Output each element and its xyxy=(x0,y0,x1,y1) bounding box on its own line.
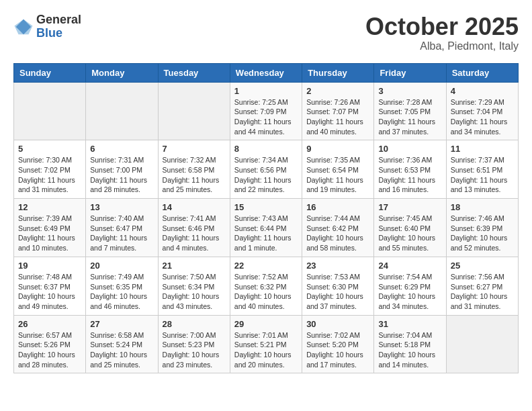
calendar-cell: 13Sunrise: 7:40 AM Sunset: 6:47 PM Dayli… xyxy=(86,199,158,257)
day-number: 8 xyxy=(234,144,298,154)
day-info: Sunrise: 7:31 AM Sunset: 7:00 PM Dayligh… xyxy=(90,155,153,195)
calendar-cell: 19Sunrise: 7:48 AM Sunset: 6:37 PM Dayli… xyxy=(14,257,86,315)
day-header-saturday: Saturday xyxy=(446,63,518,82)
day-number: 26 xyxy=(18,319,81,329)
day-info: Sunrise: 7:54 AM Sunset: 6:29 PM Dayligh… xyxy=(378,272,441,312)
day-number: 22 xyxy=(234,261,298,271)
location: Alba, Piedmont, Italy xyxy=(365,40,519,52)
calendar-week-row: 1Sunrise: 7:25 AM Sunset: 7:09 PM Daylig… xyxy=(14,82,519,140)
day-info: Sunrise: 7:43 AM Sunset: 6:44 PM Dayligh… xyxy=(234,214,298,253)
logo-icon xyxy=(13,17,34,37)
calendar-cell: 15Sunrise: 7:43 AM Sunset: 6:44 PM Dayli… xyxy=(230,199,302,257)
day-number: 11 xyxy=(451,144,514,154)
calendar-week-row: 12Sunrise: 7:39 AM Sunset: 6:49 PM Dayli… xyxy=(14,199,519,257)
day-number: 27 xyxy=(90,319,153,329)
calendar-cell: 20Sunrise: 7:49 AM Sunset: 6:35 PM Dayli… xyxy=(86,257,158,315)
calendar-week-row: 5Sunrise: 7:30 AM Sunset: 7:02 PM Daylig… xyxy=(14,140,519,199)
day-number: 10 xyxy=(378,144,441,154)
day-number: 4 xyxy=(451,86,514,96)
day-number: 7 xyxy=(163,144,226,154)
day-info: Sunrise: 6:58 AM Sunset: 5:24 PM Dayligh… xyxy=(90,330,153,370)
calendar-cell: 27Sunrise: 6:58 AM Sunset: 5:24 PM Dayli… xyxy=(86,315,158,373)
calendar-cell: 2Sunrise: 7:26 AM Sunset: 7:07 PM Daylig… xyxy=(302,82,374,140)
calendar-cell xyxy=(446,315,518,373)
day-number: 19 xyxy=(18,261,81,271)
day-info: Sunrise: 7:52 AM Sunset: 6:32 PM Dayligh… xyxy=(234,272,298,312)
calendar-cell: 3Sunrise: 7:28 AM Sunset: 7:05 PM Daylig… xyxy=(374,82,446,140)
calendar-cell: 1Sunrise: 7:25 AM Sunset: 7:09 PM Daylig… xyxy=(230,82,302,140)
svg-marker-1 xyxy=(15,19,33,35)
day-number: 9 xyxy=(306,144,369,154)
day-info: Sunrise: 7:49 AM Sunset: 6:35 PM Dayligh… xyxy=(90,272,153,312)
day-info: Sunrise: 7:30 AM Sunset: 7:02 PM Dayligh… xyxy=(18,155,81,195)
calendar-cell: 14Sunrise: 7:41 AM Sunset: 6:46 PM Dayli… xyxy=(158,199,230,257)
calendar-cell: 29Sunrise: 7:01 AM Sunset: 5:21 PM Dayli… xyxy=(230,315,302,373)
day-number: 24 xyxy=(378,261,441,271)
logo-blue: Blue xyxy=(36,26,62,40)
day-number: 2 xyxy=(306,86,369,96)
day-number: 6 xyxy=(90,144,153,154)
day-info: Sunrise: 7:26 AM Sunset: 7:07 PM Dayligh… xyxy=(306,97,369,137)
calendar-cell: 18Sunrise: 7:46 AM Sunset: 6:39 PM Dayli… xyxy=(446,199,518,257)
title-block: October 2025 Alba, Piedmont, Italy xyxy=(365,13,519,52)
logo: General Blue xyxy=(13,13,81,40)
day-number: 28 xyxy=(163,319,226,329)
day-info: Sunrise: 7:00 AM Sunset: 5:23 PM Dayligh… xyxy=(163,330,226,370)
day-number: 20 xyxy=(90,261,153,271)
day-info: Sunrise: 7:40 AM Sunset: 6:47 PM Dayligh… xyxy=(90,214,153,253)
calendar-header-row: SundayMondayTuesdayWednesdayThursdayFrid… xyxy=(14,63,519,82)
day-info: Sunrise: 7:41 AM Sunset: 6:46 PM Dayligh… xyxy=(163,214,226,253)
calendar-cell: 21Sunrise: 7:50 AM Sunset: 6:34 PM Dayli… xyxy=(158,257,230,315)
calendar-cell: 22Sunrise: 7:52 AM Sunset: 6:32 PM Dayli… xyxy=(230,257,302,315)
day-number: 31 xyxy=(378,319,441,329)
calendar-cell: 12Sunrise: 7:39 AM Sunset: 6:49 PM Dayli… xyxy=(14,199,86,257)
calendar-cell: 24Sunrise: 7:54 AM Sunset: 6:29 PM Dayli… xyxy=(374,257,446,315)
day-info: Sunrise: 7:35 AM Sunset: 6:54 PM Dayligh… xyxy=(306,155,369,195)
day-info: Sunrise: 7:02 AM Sunset: 5:20 PM Dayligh… xyxy=(306,330,369,370)
day-number: 16 xyxy=(306,202,369,212)
calendar-cell: 23Sunrise: 7:53 AM Sunset: 6:30 PM Dayli… xyxy=(302,257,374,315)
calendar-cell xyxy=(158,82,230,140)
day-number: 15 xyxy=(234,202,298,212)
day-header-tuesday: Tuesday xyxy=(158,63,230,82)
day-info: Sunrise: 7:53 AM Sunset: 6:30 PM Dayligh… xyxy=(306,272,369,312)
day-info: Sunrise: 7:34 AM Sunset: 6:56 PM Dayligh… xyxy=(234,155,298,195)
day-info: Sunrise: 7:32 AM Sunset: 6:58 PM Dayligh… xyxy=(163,155,226,195)
day-header-sunday: Sunday xyxy=(14,63,86,82)
day-number: 21 xyxy=(163,261,226,271)
day-info: Sunrise: 7:01 AM Sunset: 5:21 PM Dayligh… xyxy=(234,330,298,370)
day-info: Sunrise: 7:46 AM Sunset: 6:39 PM Dayligh… xyxy=(451,214,514,253)
day-number: 23 xyxy=(306,261,369,271)
day-number: 18 xyxy=(451,202,514,212)
calendar-cell: 4Sunrise: 7:29 AM Sunset: 7:04 PM Daylig… xyxy=(446,82,518,140)
day-number: 5 xyxy=(18,144,81,154)
calendar-cell: 5Sunrise: 7:30 AM Sunset: 7:02 PM Daylig… xyxy=(14,140,86,199)
day-number: 1 xyxy=(234,86,298,96)
day-number: 17 xyxy=(378,202,441,212)
calendar-cell: 10Sunrise: 7:36 AM Sunset: 6:53 PM Dayli… xyxy=(374,140,446,199)
calendar-week-row: 19Sunrise: 7:48 AM Sunset: 6:37 PM Dayli… xyxy=(14,257,519,315)
day-number: 12 xyxy=(18,202,81,212)
calendar-cell: 28Sunrise: 7:00 AM Sunset: 5:23 PM Dayli… xyxy=(158,315,230,373)
day-header-wednesday: Wednesday xyxy=(230,63,302,82)
day-number: 25 xyxy=(451,261,514,271)
day-info: Sunrise: 7:04 AM Sunset: 5:18 PM Dayligh… xyxy=(378,330,441,370)
day-number: 13 xyxy=(90,202,153,212)
calendar-cell: 6Sunrise: 7:31 AM Sunset: 7:00 PM Daylig… xyxy=(86,140,158,199)
page-header: General Blue October 2025 Alba, Piedmont… xyxy=(13,13,519,52)
day-header-thursday: Thursday xyxy=(302,63,374,82)
calendar-cell xyxy=(86,82,158,140)
calendar-cell xyxy=(14,82,86,140)
day-info: Sunrise: 7:36 AM Sunset: 6:53 PM Dayligh… xyxy=(378,155,441,195)
day-info: Sunrise: 6:57 AM Sunset: 5:26 PM Dayligh… xyxy=(18,330,81,370)
day-number: 29 xyxy=(234,319,298,329)
day-info: Sunrise: 7:37 AM Sunset: 6:51 PM Dayligh… xyxy=(451,155,514,195)
day-info: Sunrise: 7:28 AM Sunset: 7:05 PM Dayligh… xyxy=(378,97,441,137)
logo-general: General xyxy=(36,13,81,26)
day-info: Sunrise: 7:29 AM Sunset: 7:04 PM Dayligh… xyxy=(451,97,514,137)
day-number: 3 xyxy=(378,86,441,96)
day-info: Sunrise: 7:45 AM Sunset: 6:40 PM Dayligh… xyxy=(378,214,441,253)
day-info: Sunrise: 7:56 AM Sunset: 6:27 PM Dayligh… xyxy=(451,272,514,312)
month-title: October 2025 xyxy=(365,13,519,40)
calendar-cell: 26Sunrise: 6:57 AM Sunset: 5:26 PM Dayli… xyxy=(14,315,86,373)
